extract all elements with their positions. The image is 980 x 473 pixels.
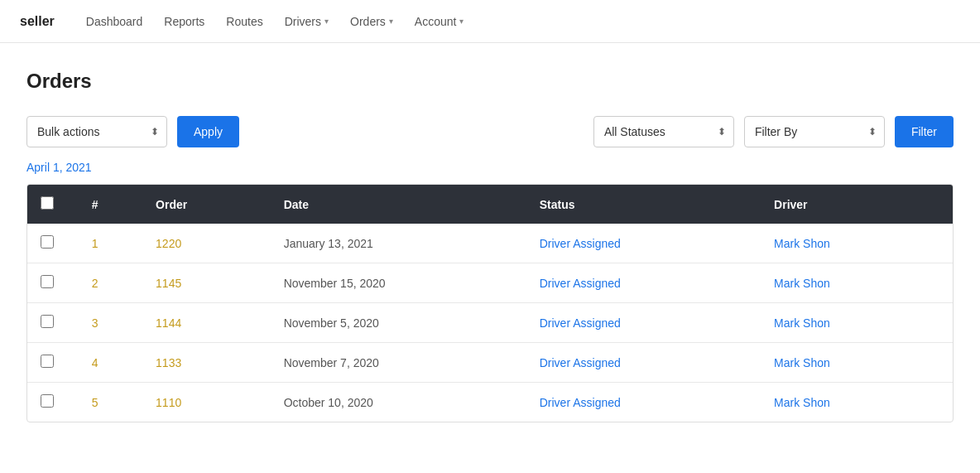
row-driver: Mark Shon <box>761 224 953 263</box>
bulk-actions-select[interactable]: Bulk actions <box>26 116 167 147</box>
row-order: 1110 <box>142 383 271 422</box>
col-header-order: Order <box>142 185 271 224</box>
table-header-row: # Order Date Status Driver <box>27 185 953 224</box>
row-checkbox-4[interactable] <box>41 355 54 368</box>
col-header-date: Date <box>271 185 526 224</box>
row-date: November 15, 2020 <box>271 263 526 303</box>
row-status: Driver Assigned <box>526 263 761 303</box>
row-order: 1144 <box>142 303 271 343</box>
main-content: Orders Bulk actions Apply All Statuses F… <box>0 43 980 449</box>
row-num: 1 <box>79 224 142 263</box>
table-row: 5 1110 October 10, 2020 Driver Assigned … <box>27 383 953 422</box>
row-driver: Mark Shon <box>761 343 953 383</box>
col-header-status: Status <box>526 185 761 224</box>
row-checkbox-cell <box>27 343 79 383</box>
filter-by-wrapper: Filter By <box>744 116 885 147</box>
row-checkbox-2[interactable] <box>41 275 54 288</box>
row-checkbox-cell <box>27 224 79 263</box>
table-row: 2 1145 November 15, 2020 Driver Assigned… <box>27 263 953 303</box>
row-date: January 13, 2021 <box>271 224 526 263</box>
select-all-checkbox[interactable] <box>41 196 54 210</box>
status-filter-select[interactable]: All Statuses <box>593 116 734 147</box>
row-num: 5 <box>79 383 142 422</box>
nav-dashboard[interactable]: Dashboard <box>78 10 151 33</box>
orders-chevron-icon: ▾ <box>389 17 393 26</box>
row-status: Driver Assigned <box>526 224 761 263</box>
filter-button[interactable]: Filter <box>895 116 954 147</box>
brand: seller <box>20 14 55 29</box>
col-header-num: # <box>79 185 142 224</box>
account-chevron-icon: ▾ <box>459 17 464 26</box>
toolbar: Bulk actions Apply All Statuses Filter B… <box>26 116 954 147</box>
row-date: November 5, 2020 <box>271 303 526 343</box>
apply-button[interactable]: Apply <box>177 116 239 147</box>
orders-table-wrapper: # Order Date Status Driver 1 1220 Januar… <box>26 184 954 422</box>
row-date: October 10, 2020 <box>271 383 526 422</box>
bulk-actions-wrapper: Bulk actions <box>26 116 167 147</box>
row-checkbox-3[interactable] <box>41 315 54 328</box>
row-driver: Mark Shon <box>761 263 953 303</box>
row-date: November 7, 2020 <box>271 343 526 383</box>
row-status: Driver Assigned <box>526 383 761 422</box>
filter-group: All Statuses Filter By Filter <box>593 116 954 147</box>
nav-reports[interactable]: Reports <box>156 10 213 33</box>
nav-links: Dashboard Reports Routes Drivers ▾ Order… <box>78 10 473 33</box>
nav-account[interactable]: Account ▾ <box>406 10 473 33</box>
row-checkbox-5[interactable] <box>41 394 54 408</box>
status-filter-wrapper: All Statuses <box>593 116 734 147</box>
nav-orders[interactable]: Orders ▾ <box>342 10 401 33</box>
row-checkbox-cell <box>27 383 79 422</box>
row-order: 1220 <box>142 224 271 263</box>
nav-routes[interactable]: Routes <box>218 10 271 33</box>
select-all-header <box>27 185 79 224</box>
nav-drivers[interactable]: Drivers ▾ <box>276 10 337 33</box>
row-checkbox-cell <box>27 263 79 303</box>
table-row: 1 1220 January 13, 2021 Driver Assigned … <box>27 224 953 263</box>
col-header-driver: Driver <box>761 185 953 224</box>
row-num: 2 <box>79 263 142 303</box>
row-order: 1145 <box>142 263 271 303</box>
navbar: seller Dashboard Reports Routes Drivers … <box>0 0 980 43</box>
row-status: Driver Assigned <box>526 303 761 343</box>
row-num: 4 <box>79 343 142 383</box>
orders-table: # Order Date Status Driver 1 1220 Januar… <box>27 185 953 422</box>
row-num: 3 <box>79 303 142 343</box>
date-label: April 1, 2021 <box>26 161 954 174</box>
row-driver: Mark Shon <box>761 303 953 343</box>
table-row: 3 1144 November 5, 2020 Driver Assigned … <box>27 303 953 343</box>
row-checkbox-cell <box>27 303 79 343</box>
filter-by-select[interactable]: Filter By <box>744 116 885 147</box>
row-order: 1133 <box>142 343 271 383</box>
page-title: Orders <box>26 70 954 93</box>
table-row: 4 1133 November 7, 2020 Driver Assigned … <box>27 343 953 383</box>
row-status: Driver Assigned <box>526 343 761 383</box>
drivers-chevron-icon: ▾ <box>324 17 329 26</box>
row-checkbox-1[interactable] <box>41 235 54 249</box>
row-driver: Mark Shon <box>761 383 953 422</box>
